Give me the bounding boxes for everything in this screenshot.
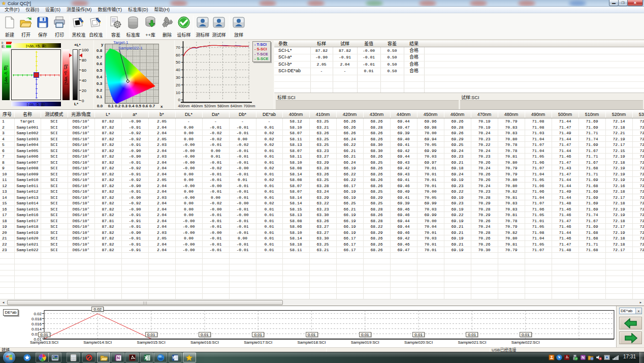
table-cell: 68.22 <box>363 224 390 230</box>
media-star-icon[interactable] <box>23 354 31 361</box>
scrollbar-thumb[interactable] <box>7 300 283 305</box>
trend-metric-select[interactable]: DE*ab ▼ <box>619 308 642 314</box>
maximize-button[interactable]: ❐ <box>618 0 628 6</box>
table-row[interactable]: 17Sample016SCID65/10°87.82-0.912.040.00-… <box>0 212 644 218</box>
table-row[interactable]: 5Sample004SCID65/10°87.82-0.912.03-0.00-… <box>0 142 644 148</box>
table-cell: 71.46 <box>552 206 578 213</box>
toolbar-button-white-calibration[interactable]: 白校准 <box>87 14 105 39</box>
toolbar-button-loft-sample[interactable]: 放样 <box>230 14 248 39</box>
table-cell: 71.06 <box>525 160 552 166</box>
table-row[interactable]: 21Sample020SCID65/10°87.82-0.912.050.00-… <box>0 235 644 241</box>
table-cell: 71.68 <box>578 165 605 171</box>
toolbar-button-save-floppy[interactable]: 保存 <box>34 14 52 39</box>
table-cell: 68.26 <box>363 177 390 183</box>
toolbar-button-standard-library[interactable]: 标准库 <box>124 14 142 39</box>
menu-item-2[interactable]: 仪器(I) <box>23 7 43 13</box>
table-row[interactable]: 4Sample003SCID65/10°87.82-0.922.050.00-0… <box>0 136 644 142</box>
table-row[interactable]: 11Sample010SCID65/10°87.82-0.922.050.00-… <box>0 177 644 183</box>
table-row[interactable]: 22Sample021SCID65/10°87.82-0.912.04-0.00… <box>0 241 644 248</box>
table-row[interactable]: 2Sample001SCID65/10°87.82-0.912.040.00-0… <box>0 125 644 131</box>
table-row[interactable]: 23Sample022SCID65/10°87.82-0.912.04-0.00… <box>0 247 644 253</box>
purple-app-icon[interactable] <box>580 354 586 360</box>
adobe-tray-icon[interactable] <box>564 354 570 360</box>
taskbar-button-color-wheel[interactable] <box>36 352 49 362</box>
previous-sample-button[interactable] <box>619 317 642 329</box>
blue-pointer-icon[interactable] <box>556 354 562 360</box>
windows-logo-icon <box>6 354 13 361</box>
table-col-header: 450nm <box>417 110 444 118</box>
menu-item-5[interactable]: 数据传输(T) <box>95 7 125 13</box>
menu-item-1[interactable]: 文件(F) <box>2 7 23 13</box>
ime-icon[interactable] <box>604 354 610 360</box>
taskbar-button-blue-sphere[interactable] <box>154 352 167 362</box>
measurement-table-body[interactable]: 1TargetSCID65/10°87.82-0.902.05----58.12… <box>0 118 644 299</box>
toolbar-button-new-document[interactable]: 新建 <box>1 14 19 39</box>
taskbar-button-favorites-star[interactable] <box>183 352 196 362</box>
toolbar-button-delete-recycle[interactable]: 删除 <box>158 14 176 39</box>
table-row[interactable]: 20Sample019SCID65/10°87.82-0.902.03-0.00… <box>0 230 644 236</box>
toolbar-button-measure-sample[interactable]: 测试样 <box>210 14 228 39</box>
folder-sync-icon[interactable] <box>588 354 594 360</box>
taskbar-button-photo-viewer[interactable] <box>48 352 61 362</box>
table-cell: -0.01 <box>229 230 256 236</box>
table-cell: 58.08 <box>282 218 309 224</box>
table-row[interactable]: 15Sample014SCID65/10°87.82-0.922.040.00-… <box>0 200 644 206</box>
color-difference-plot[interactable] <box>11 49 61 100</box>
toolbar-button-black-calibration[interactable]: 黑校准 <box>70 14 88 39</box>
table-row[interactable]: 13Sample012SCID65/10°87.82-0.912.040.00-… <box>0 189 644 195</box>
table-row[interactable]: 7Sample006SCID65/10°87.82-0.902.03-0.000… <box>0 154 644 160</box>
taskbar-button-no-entry[interactable] <box>82 352 95 362</box>
taskbar-button-onenote[interactable] <box>111 352 124 362</box>
table-row[interactable]: 1TargetSCID65/10°87.82-0.902.05----58.12… <box>0 118 644 125</box>
lstar-gradient-bar[interactable] <box>73 49 78 100</box>
chromaticity-plot[interactable] <box>105 44 159 104</box>
toolbar-button-print[interactable]: 打印 <box>50 14 69 39</box>
table-cell: 2.05 <box>148 136 175 142</box>
taskbar-button-excel[interactable] <box>140 352 153 362</box>
table-cell: -0.02 <box>229 142 256 148</box>
toolbar-button-open-folder[interactable]: 打开 <box>17 14 35 39</box>
menu-item-4[interactable]: 测量操作(M) <box>63 7 95 13</box>
usb-ok-icon[interactable] <box>572 354 578 360</box>
toolbar-button-measure-standard[interactable]: 测标样 <box>194 14 212 39</box>
show-desktop-button[interactable] <box>639 352 644 363</box>
toolbar-button-add-library[interactable]: ++库 <box>141 14 159 39</box>
taskbar-button-adobe-reader[interactable] <box>125 352 139 362</box>
toolbar-button-set-standard[interactable]: 设标样 <box>175 14 193 39</box>
table-row[interactable]: 18Sample017SCID65/10°87.81-0.912.04-0.00… <box>0 218 644 224</box>
table-row[interactable]: 9Sample008SCID65/10°87.82-0.922.04-0.00-… <box>0 165 644 171</box>
header-separator <box>68 111 68 117</box>
network-signal-icon[interactable] <box>613 354 619 360</box>
table-row[interactable]: 12Sample011SCID65/10°87.82-0.902.04-0.00… <box>0 183 644 189</box>
next-sample-button[interactable] <box>619 331 642 344</box>
menu-item-7[interactable]: 帮助(H) <box>151 7 173 13</box>
start-button[interactable] <box>3 351 15 363</box>
table-row[interactable]: 16Sample015SCID65/10°87.82-0.902.040.00-… <box>0 206 644 213</box>
menu-item-6[interactable]: 标准库(D) <box>125 7 151 13</box>
scroll-right-button[interactable]: ► <box>637 299 644 306</box>
table-cell: 11 <box>0 177 14 183</box>
taskbar-clock[interactable]: 17:31 <box>623 354 636 359</box>
scroll-left-button[interactable]: ◄ <box>0 299 7 306</box>
table-row[interactable]: 19Sample018SCID65/10°87.82-0.912.04-0.00… <box>0 224 644 230</box>
taskbar-button-calculator[interactable] <box>67 352 80 362</box>
horizontal-scrollbar[interactable]: ◄ ► <box>0 299 644 306</box>
orange-app-icon[interactable] <box>549 354 555 360</box>
speaker-mute-icon[interactable] <box>596 354 602 360</box>
minimize-button[interactable]: ▬ <box>609 0 619 6</box>
close-button[interactable]: ✕ <box>627 0 643 6</box>
taskbar-button-explorer-folder[interactable] <box>97 352 110 362</box>
table-cell: 69.99 <box>417 212 444 218</box>
da-plus-axis-label: [+Δa, +5, 红] <box>63 65 69 84</box>
toolbar-button-tolerance[interactable]: 容差 <box>107 14 125 39</box>
title-bar[interactable]: ★ Color QC[*] ▬ ❐ ✕ <box>0 0 644 7</box>
table-row[interactable]: 8Sample007SCID65/10°87.82-0.912.04-0.00-… <box>0 160 644 166</box>
menu-item-3[interactable]: 设置(S) <box>42 7 63 13</box>
table-row[interactable]: 6Sample005SCID65/10°87.82-0.902.04-0.000… <box>0 148 644 154</box>
table-row[interactable]: 14Sample013SCID65/10°87.82-0.902.03-0.00… <box>0 195 644 201</box>
taskbar-button-word[interactable] <box>169 352 182 362</box>
table-row[interactable]: 10Sample009SCID65/10°87.82-0.912.040.00-… <box>0 171 644 177</box>
table-cell: 71.44 <box>552 183 578 189</box>
table-row[interactable]: 3Sample002SCID65/10°87.82-0.922.040.00-0… <box>0 130 644 136</box>
chevron-down-icon[interactable]: ▼ <box>635 308 641 314</box>
